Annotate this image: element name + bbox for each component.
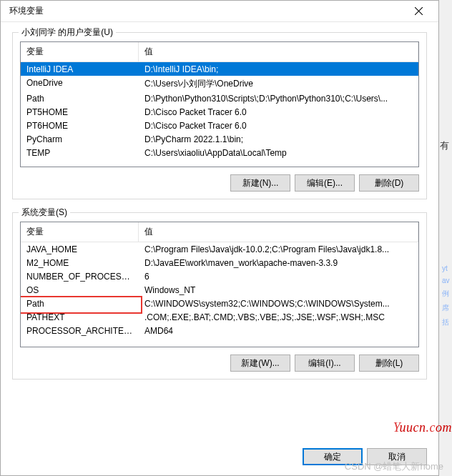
var-value-cell: C:\Users\小刘同学\OneDrive — [139, 76, 418, 91]
table-row[interactable]: PATHEXT.COM;.EXE;.BAT;.CMD;.VBS;.VBE;.JS… — [21, 310, 418, 324]
list-body: IntelliJ IDEAD:\IntelliJ IDEA\bin;OneDri… — [21, 62, 418, 167]
table-row[interactable]: PathC:\WINDOWS\system32;C:\WINDOWS;C:\WI… — [21, 297, 418, 310]
system-variables-legend: 系统变量(S) — [19, 207, 70, 219]
table-row[interactable]: TEMPC:\Users\xiaoliu\AppData\Local\Temp — [21, 146, 418, 159]
dialog-content: 小刘同学 的用户变量(U) 变量 值 IntelliJ IDEAD:\Intel… — [1, 22, 438, 448]
var-name-cell: M2_HOME — [21, 256, 139, 269]
var-value-cell: D:\Python\Python310\Scripts\;D:\Python\P… — [139, 91, 418, 105]
var-value-cell: 6 — [139, 269, 418, 283]
var-name-cell: PT5HOME — [21, 105, 139, 119]
var-name-cell: PT6HOME — [21, 119, 139, 132]
var-name-cell: PyCharm — [21, 132, 139, 146]
table-row[interactable]: M2_HOMED:\JavaEE\work\maven_work\apache-… — [21, 256, 418, 269]
user-variables-legend: 小刘同学 的用户变量(U) — [19, 26, 116, 39]
var-value-cell: D:\Cisco Packet Tracer 6.0 — [139, 119, 418, 132]
var-value-cell: D:\PyCharm 2022.1.1\bin; — [139, 132, 418, 146]
var-name-cell: OneDrive — [21, 76, 139, 91]
close-button[interactable] — [404, 1, 433, 22]
ok-button[interactable]: 确定 — [303, 448, 363, 465]
var-name-cell: Path — [21, 91, 139, 105]
var-name-cell: Path — [21, 297, 139, 310]
user-vars-buttons: 新建(N)... 编辑(E)... 删除(D) — [20, 174, 419, 192]
var-value-cell: AMD64 — [139, 324, 418, 337]
dialog-footer: 确定 取消 — [1, 448, 438, 475]
var-value-cell: C:\WINDOWS\system32;C:\WINDOWS;C:\WINDOW… — [139, 297, 418, 310]
col-header-value[interactable]: 值 — [139, 42, 418, 61]
table-row[interactable]: PT6HOMED:\Cisco Packet Tracer 6.0 — [21, 119, 418, 132]
table-row[interactable]: PyCharmD:\PyCharm 2022.1.1\bin; — [21, 132, 418, 146]
col-header-name[interactable]: 变量 — [21, 42, 139, 61]
background-text: 有 — [440, 139, 449, 152]
background-fragments: ytav例席括 — [442, 264, 452, 332]
list-body: JAVA_HOMEC:\Program Files\Java\jdk-10.0.… — [21, 242, 418, 347]
window-title: 环境变量 — [9, 5, 44, 17]
system-delete-button[interactable]: 删除(L) — [359, 354, 419, 372]
var-name-cell: PATHEXT — [21, 310, 139, 324]
var-value-cell: D:\JavaEE\work\maven_work\apache-maven-3… — [139, 256, 418, 269]
table-row[interactable]: PT5HOMED:\Cisco Packet Tracer 6.0 — [21, 105, 418, 119]
var-value-cell: D:\IntelliJ IDEA\bin; — [139, 62, 418, 76]
var-value-cell: .COM;.EXE;.BAT;.CMD;.VBS;.VBE;.JS;.JSE;.… — [139, 310, 418, 324]
system-edit-button[interactable]: 编辑(I)... — [295, 354, 355, 372]
user-edit-button[interactable]: 编辑(E)... — [295, 174, 355, 192]
close-icon — [415, 7, 423, 15]
system-vars-buttons: 新建(W)... 编辑(I)... 删除(L) — [20, 354, 419, 372]
var-value-cell: D:\Cisco Packet Tracer 6.0 — [139, 105, 418, 119]
user-delete-button[interactable]: 删除(D) — [359, 174, 419, 192]
var-name-cell: NUMBER_OF_PROCESSORS — [21, 269, 139, 283]
system-variables-group: 系统变量(S) 变量 值 JAVA_HOMEC:\Program Files\J… — [12, 212, 427, 380]
col-header-name[interactable]: 变量 — [21, 222, 139, 242]
var-value-cell: C:\Program Files\Java\jdk-10.0.2;C:\Prog… — [139, 242, 418, 256]
table-row[interactable]: NUMBER_OF_PROCESSORS6 — [21, 269, 418, 283]
var-name-cell: OS — [21, 283, 139, 297]
list-header: 变量 值 — [21, 42, 418, 62]
user-variables-list[interactable]: 变量 值 IntelliJ IDEAD:\IntelliJ IDEA\bin;O… — [20, 41, 419, 167]
var-value-cell: Windows_NT — [139, 283, 418, 297]
table-row[interactable]: IntelliJ IDEAD:\IntelliJ IDEA\bin; — [21, 62, 418, 76]
var-name-cell: IntelliJ IDEA — [21, 62, 139, 76]
col-header-value[interactable]: 值 — [139, 222, 418, 242]
var-name-cell: JAVA_HOME — [21, 242, 139, 256]
table-row[interactable]: JAVA_HOMEC:\Program Files\Java\jdk-10.0.… — [21, 242, 418, 256]
cancel-button[interactable]: 取消 — [367, 448, 427, 465]
titlebar: 环境变量 — [1, 1, 438, 22]
user-new-button[interactable]: 新建(N)... — [230, 174, 290, 192]
var-value-cell: C:\Users\xiaoliu\AppData\Local\Temp — [139, 146, 418, 159]
var-name-cell: TEMP — [21, 146, 139, 159]
table-row[interactable]: PROCESSOR_ARCHITECT...AMD64 — [21, 324, 418, 337]
table-row[interactable]: PathD:\Python\Python310\Scripts\;D:\Pyth… — [21, 91, 418, 105]
table-row[interactable]: OneDriveC:\Users\小刘同学\OneDrive — [21, 76, 418, 91]
table-row[interactable]: OSWindows_NT — [21, 283, 418, 297]
system-variables-list[interactable]: 变量 值 JAVA_HOMEC:\Program Files\Java\jdk-… — [20, 222, 419, 347]
user-variables-group: 小刘同学 的用户变量(U) 变量 值 IntelliJ IDEAD:\Intel… — [12, 32, 427, 199]
list-header: 变量 值 — [21, 222, 418, 242]
var-name-cell: PROCESSOR_ARCHITECT... — [21, 324, 139, 337]
env-vars-dialog: 环境变量 小刘同学 的用户变量(U) 变量 值 IntelliJ IDEAD:\… — [0, 0, 439, 476]
system-new-button[interactable]: 新建(W)... — [230, 354, 290, 372]
